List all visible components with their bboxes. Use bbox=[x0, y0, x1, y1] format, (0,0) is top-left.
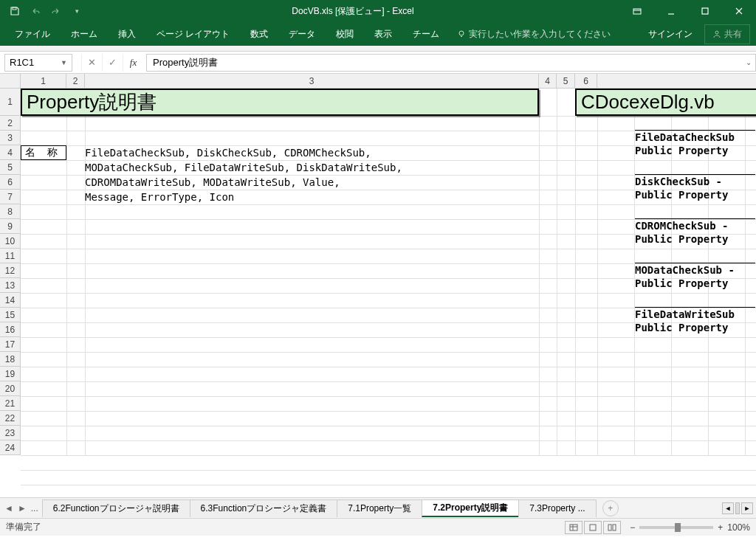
row-header[interactable]: 1 bbox=[0, 89, 21, 116]
row-header[interactable]: 10 bbox=[0, 234, 21, 249]
row-header[interactable]: 20 bbox=[0, 381, 21, 396]
row-header[interactable]: 17 bbox=[0, 337, 21, 352]
undo-icon[interactable] bbox=[27, 2, 44, 20]
select-all-corner[interactable] bbox=[0, 74, 21, 89]
row-header[interactable]: 8 bbox=[0, 204, 21, 219]
tab-formulas[interactable]: 数式 bbox=[241, 24, 277, 45]
row-header[interactable]: 5 bbox=[0, 160, 21, 175]
tab-file[interactable]: ファイル bbox=[6, 24, 59, 45]
cell-property-sub[interactable]: Public Property bbox=[635, 233, 755, 245]
close-button[interactable] bbox=[722, 0, 756, 22]
cell-body-line[interactable]: FileDataCheckSub, DiskCheckSub, CDROMChe… bbox=[85, 147, 371, 159]
col-header[interactable]: 6 bbox=[575, 74, 597, 89]
row-header[interactable]: 14 bbox=[0, 293, 21, 308]
row-header[interactable]: 6 bbox=[0, 175, 21, 190]
cell-property-sub[interactable]: Public Property bbox=[635, 145, 755, 156]
row-header[interactable]: 19 bbox=[0, 367, 21, 381]
cell-property-title[interactable]: FileDataWriteSub bbox=[635, 307, 755, 320]
chevron-down-icon[interactable]: ▼ bbox=[61, 59, 67, 66]
row-header[interactable]: 23 bbox=[0, 426, 21, 440]
cell-name-label[interactable]: 名 称 bbox=[21, 145, 66, 160]
formula-input[interactable]: Property説明書 bbox=[146, 54, 741, 72]
cell-property-title[interactable]: FileDataCheckSub bbox=[635, 130, 755, 143]
tab-home[interactable]: ホーム bbox=[62, 24, 106, 45]
tell-me-search[interactable]: 実行したい作業を入力してください bbox=[457, 28, 636, 41]
row-header[interactable]: 24 bbox=[0, 440, 21, 455]
worksheet-grid[interactable]: 1 2 3 4 5 6 1234567891011121314151617181… bbox=[0, 74, 756, 497]
name-box-value: R1C1 bbox=[10, 57, 34, 68]
tab-view[interactable]: 表示 bbox=[365, 24, 401, 45]
row-header[interactable]: 4 bbox=[0, 145, 21, 160]
signin-link[interactable]: サインイン bbox=[639, 24, 701, 45]
qat-dropdown-icon[interactable]: ▾ bbox=[68, 2, 86, 20]
page-layout-view-button[interactable] bbox=[584, 521, 602, 534]
scroll-right-button[interactable]: ► bbox=[741, 502, 753, 514]
sheet-tab[interactable]: 6.2Functionプロシージャ説明書 bbox=[42, 499, 190, 517]
cell-property-sub[interactable]: Public Property bbox=[635, 322, 755, 333]
col-header[interactable]: 5 bbox=[557, 74, 575, 89]
zoom-level[interactable]: 100% bbox=[727, 522, 750, 533]
share-button[interactable]: 共有 bbox=[704, 24, 750, 44]
cell-property-sub[interactable]: Public Property bbox=[635, 189, 755, 201]
sheet-tab[interactable]: 6.3Functionプロシージャ定義書 bbox=[190, 499, 338, 517]
sheet-nav-ellipsis[interactable]: ... bbox=[31, 503, 38, 513]
normal-view-button[interactable] bbox=[565, 521, 583, 534]
minimize-button[interactable] bbox=[654, 0, 688, 22]
cell-title-right[interactable]: CDocexeDlg.vb bbox=[575, 89, 756, 116]
save-icon[interactable] bbox=[6, 2, 24, 20]
cell-body-line[interactable]: CDROMDataWriteSub, MODataWriteSub, Value… bbox=[85, 176, 340, 188]
redo-icon[interactable] bbox=[47, 2, 65, 20]
row-header[interactable]: 15 bbox=[0, 308, 21, 322]
cell-property-title[interactable]: DiskCheckSub - bbox=[635, 174, 755, 187]
row-header[interactable]: 3 bbox=[0, 131, 21, 145]
col-header[interactable] bbox=[597, 74, 756, 89]
row-header[interactable]: 7 bbox=[0, 190, 21, 204]
zoom-out-button[interactable]: − bbox=[630, 522, 635, 533]
zoom-slider[interactable] bbox=[639, 526, 713, 529]
sheet-tab[interactable]: 7.3Property ... bbox=[518, 499, 596, 517]
row-header[interactable]: 22 bbox=[0, 411, 21, 426]
tab-review[interactable]: 校閲 bbox=[327, 24, 362, 45]
cell-property-sub[interactable]: Public Property bbox=[635, 277, 755, 289]
sheet-tab[interactable]: 7.2Property説明書 bbox=[422, 499, 519, 517]
insert-function-button[interactable]: fx bbox=[123, 54, 143, 72]
row-header[interactable]: 16 bbox=[0, 322, 21, 337]
col-header[interactable]: 4 bbox=[539, 74, 557, 89]
new-sheet-button[interactable]: + bbox=[602, 500, 619, 516]
sheet-tab[interactable]: 7.1Property一覧 bbox=[337, 499, 422, 517]
row-header[interactable]: 13 bbox=[0, 278, 21, 293]
tab-insert[interactable]: 挿入 bbox=[109, 24, 145, 45]
cell-property-title[interactable]: CDROMCheckSub - bbox=[635, 218, 755, 232]
maximize-button[interactable] bbox=[688, 0, 722, 22]
zoom-in-button[interactable]: + bbox=[718, 522, 723, 533]
scroll-left-button[interactable]: ◄ bbox=[722, 502, 734, 514]
col-header[interactable]: 2 bbox=[66, 74, 85, 89]
cell-body-line[interactable]: Message, ErrorType, Icon bbox=[85, 191, 234, 203]
tab-data[interactable]: データ bbox=[280, 24, 324, 45]
row-header[interactable]: 9 bbox=[0, 219, 21, 234]
sheet-nav-next[interactable]: ► bbox=[18, 503, 27, 513]
cells-area[interactable]: Property説明書 CDocexeDlg.vb 名 称 FileDataCh… bbox=[21, 89, 756, 455]
row-header[interactable]: 12 bbox=[0, 263, 21, 278]
page-break-view-button[interactable] bbox=[603, 521, 621, 534]
tab-team[interactable]: チーム bbox=[404, 24, 448, 45]
ribbon-options-icon[interactable] bbox=[620, 0, 654, 22]
cell-title-left[interactable]: Property説明書 bbox=[21, 89, 539, 116]
row-header[interactable]: 2 bbox=[0, 116, 21, 131]
sheet-nav-prev[interactable]: ◄ bbox=[4, 503, 13, 513]
horizontal-scrollbar[interactable]: ◄ ► bbox=[722, 502, 756, 514]
svg-point-3 bbox=[459, 31, 464, 35]
col-header[interactable]: 1 bbox=[21, 74, 66, 89]
cell-property-title[interactable]: MODataCheckSub - bbox=[635, 263, 755, 276]
status-bar: 準備完了 − + 100% bbox=[0, 518, 756, 536]
tab-page-layout[interactable]: ページ レイアウト bbox=[148, 24, 238, 45]
enter-formula-button[interactable]: ✓ bbox=[102, 54, 123, 72]
col-header[interactable]: 3 bbox=[85, 74, 539, 89]
name-box[interactable]: R1C1 ▼ bbox=[4, 54, 72, 72]
cancel-formula-button[interactable]: ✕ bbox=[81, 54, 102, 72]
row-header[interactable]: 18 bbox=[0, 352, 21, 367]
cell-body-line[interactable]: MODataCheckSub, FileDataWriteSub, DiskDa… bbox=[85, 162, 402, 173]
row-header[interactable]: 11 bbox=[0, 249, 21, 263]
row-header[interactable]: 21 bbox=[0, 396, 21, 411]
expand-formula-bar-button[interactable]: ⌄ bbox=[741, 54, 756, 72]
